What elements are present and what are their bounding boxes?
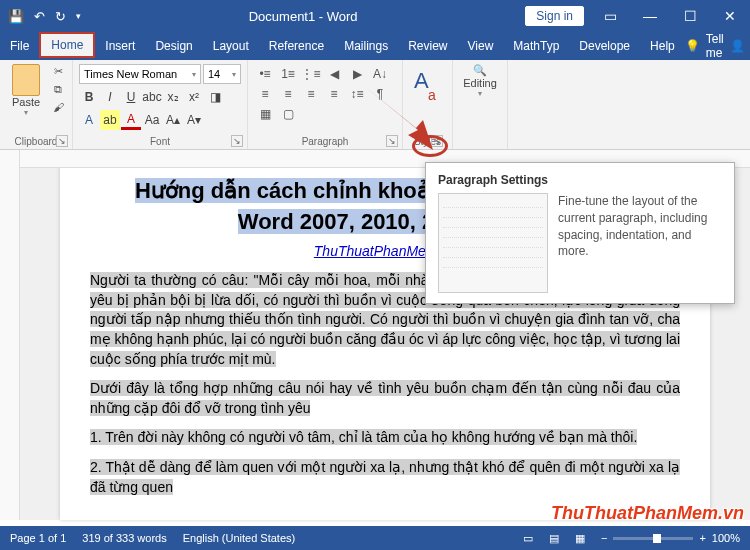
- group-label-paragraph: Paragraph ↘: [254, 134, 396, 147]
- clipboard-launcher-icon[interactable]: ↘: [56, 135, 68, 147]
- copy-icon[interactable]: ⧉: [50, 82, 66, 96]
- save-icon[interactable]: 💾: [8, 9, 24, 24]
- tab-developer[interactable]: Develope: [569, 32, 640, 60]
- chevron-down-icon: ▾: [463, 89, 497, 98]
- tab-layout[interactable]: Layout: [203, 32, 259, 60]
- view-print-icon[interactable]: ▤: [549, 532, 559, 545]
- numbering-icon[interactable]: 1≡: [277, 64, 299, 84]
- tooltip-thumbnail: [438, 193, 548, 293]
- strike-button[interactable]: abc: [142, 87, 162, 107]
- grow-font-icon[interactable]: A▴: [163, 110, 183, 130]
- align-right-icon[interactable]: ≡: [300, 84, 322, 104]
- paragraph-launcher-icon[interactable]: ↘: [386, 135, 398, 147]
- align-left-icon[interactable]: ≡: [254, 84, 276, 104]
- decrease-indent-icon[interactable]: ◀: [323, 64, 345, 84]
- view-web-icon[interactable]: ▦: [575, 532, 585, 545]
- subscript-button[interactable]: x₂: [163, 87, 183, 107]
- shading-icon[interactable]: ▦: [254, 104, 276, 124]
- tab-home[interactable]: Home: [39, 32, 95, 58]
- find-icon: 🔍: [463, 64, 497, 77]
- styles-icon: Aa: [412, 66, 444, 106]
- ribbon-options-icon[interactable]: ▭: [590, 0, 630, 32]
- zoom-slider[interactable]: [613, 537, 693, 540]
- chevron-down-icon: ▾: [232, 70, 236, 79]
- format-painter-icon[interactable]: 🖌: [50, 100, 66, 114]
- superscript-button[interactable]: x²: [184, 87, 204, 107]
- paste-button[interactable]: Paste ▾: [6, 64, 46, 117]
- status-page[interactable]: Page 1 of 1: [10, 532, 66, 544]
- show-marks-icon[interactable]: ¶: [369, 84, 391, 104]
- tab-mailings[interactable]: Mailings: [334, 32, 398, 60]
- share-icon: 👤: [730, 39, 745, 53]
- change-case-icon[interactable]: Aa: [142, 110, 162, 130]
- tab-insert[interactable]: Insert: [95, 32, 145, 60]
- align-center-icon[interactable]: ≡: [277, 84, 299, 104]
- group-label-styles: Styles ↘: [414, 134, 441, 147]
- tell-me-icon: 💡: [685, 39, 700, 53]
- group-font: Times New Roman ▾ 14 ▾ B I U abc x₂ x² ◨…: [73, 60, 248, 149]
- minimize-icon[interactable]: —: [630, 0, 670, 32]
- watermark: ThuThuatPhanMem.vn: [551, 503, 744, 524]
- tooltip-description: Fine-tune the layout of the current para…: [558, 193, 722, 293]
- sign-in-button[interactable]: Sign in: [525, 6, 584, 26]
- tab-design[interactable]: Design: [145, 32, 202, 60]
- view-read-icon[interactable]: ▭: [523, 532, 533, 545]
- line-spacing-icon[interactable]: ↕≡: [346, 84, 368, 104]
- redo-icon[interactable]: ↻: [55, 9, 66, 24]
- text-effects-icon[interactable]: A: [79, 110, 99, 130]
- group-editing: 🔍 Editing ▾: [453, 60, 508, 149]
- tooltip-title: Paragraph Settings: [438, 173, 722, 187]
- status-language[interactable]: English (United States): [183, 532, 296, 544]
- vertical-ruler[interactable]: [0, 150, 20, 520]
- highlight-icon[interactable]: ab: [100, 110, 120, 130]
- tab-references[interactable]: Reference: [259, 32, 334, 60]
- underline-button[interactable]: U: [121, 87, 141, 107]
- font-color-icon[interactable]: A: [121, 110, 141, 130]
- zoom-in-icon[interactable]: +: [699, 532, 705, 544]
- group-label-clipboard: Clipboard ↘: [6, 134, 66, 147]
- multilevel-icon[interactable]: ⋮≡: [300, 64, 322, 84]
- paragraph-settings-tooltip: Paragraph Settings Fine-tune the layout …: [425, 162, 735, 304]
- tell-me[interactable]: Tell me: [706, 32, 724, 60]
- sort-icon[interactable]: A↓: [369, 64, 391, 84]
- increase-indent-icon[interactable]: ▶: [346, 64, 368, 84]
- zoom-out-icon[interactable]: −: [601, 532, 607, 544]
- font-name-select[interactable]: Times New Roman ▾: [79, 64, 201, 84]
- bold-button[interactable]: B: [79, 87, 99, 107]
- styles-button[interactable]: Aa: [410, 64, 446, 108]
- zoom-control[interactable]: − + 100%: [601, 532, 740, 544]
- justify-icon[interactable]: ≡: [323, 84, 345, 104]
- zoom-level[interactable]: 100%: [712, 532, 740, 544]
- tab-help[interactable]: Help: [640, 32, 685, 60]
- clear-format-icon[interactable]: ◨: [205, 87, 225, 107]
- tab-file[interactable]: File: [0, 32, 39, 60]
- editing-label: Editing: [463, 77, 497, 89]
- tab-review[interactable]: Review: [398, 32, 457, 60]
- paste-icon: [12, 64, 40, 96]
- paste-label: Paste: [12, 96, 40, 108]
- editing-button[interactable]: 🔍 Editing ▾: [463, 64, 497, 98]
- svg-text:a: a: [428, 87, 436, 103]
- close-icon[interactable]: ✕: [710, 0, 750, 32]
- group-styles: Aa Styles ↘: [403, 60, 453, 149]
- status-word-count[interactable]: 319 of 333 words: [82, 532, 166, 544]
- ribbon: Paste ▾ ✂ ⧉ 🖌 Clipboard ↘ Times New Roma…: [0, 60, 750, 150]
- font-size-select[interactable]: 14 ▾: [203, 64, 241, 84]
- shrink-font-icon[interactable]: A▾: [184, 110, 204, 130]
- font-name-value: Times New Roman: [84, 68, 177, 80]
- italic-button[interactable]: I: [100, 87, 120, 107]
- cut-icon[interactable]: ✂: [50, 64, 66, 78]
- font-launcher-icon[interactable]: ↘: [231, 135, 243, 147]
- quick-access-toolbar: 💾 ↶ ↻ ▾: [0, 9, 81, 24]
- group-paragraph: •≡ 1≡ ⋮≡ ◀ ▶ A↓ ≡ ≡ ≡ ≡ ↕≡ ¶ ▦ ▢ Paragra…: [248, 60, 403, 149]
- chevron-down-icon: ▾: [24, 108, 28, 117]
- tab-mathtype[interactable]: MathTyp: [503, 32, 569, 60]
- tab-view[interactable]: View: [458, 32, 504, 60]
- group-clipboard: Paste ▾ ✂ ⧉ 🖌 Clipboard ↘: [0, 60, 73, 149]
- svg-text:A: A: [414, 68, 429, 93]
- bullets-icon[interactable]: •≡: [254, 64, 276, 84]
- maximize-icon[interactable]: ☐: [670, 0, 710, 32]
- styles-launcher-icon[interactable]: ↘: [431, 135, 443, 147]
- borders-icon[interactable]: ▢: [277, 104, 299, 124]
- undo-icon[interactable]: ↶: [34, 9, 45, 24]
